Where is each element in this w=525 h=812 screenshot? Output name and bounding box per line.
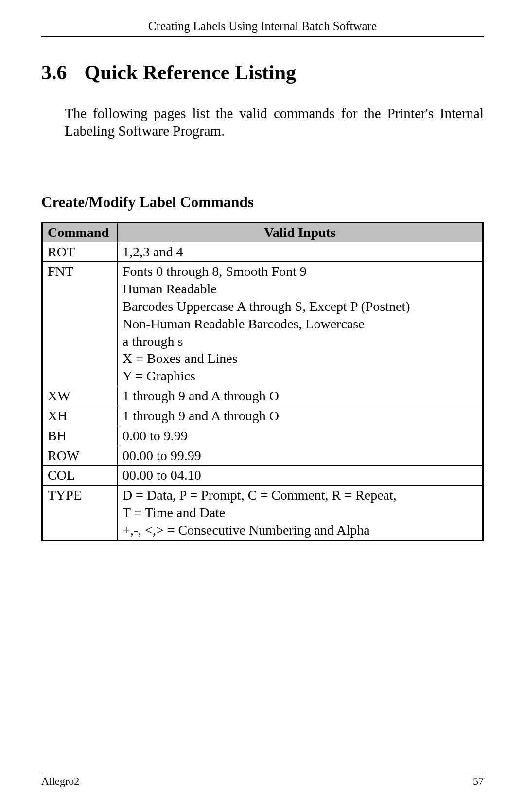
section-intro: The following pages list the valid comma… [65, 105, 484, 140]
cell-inputs: 0.00 to 9.99 [118, 426, 483, 446]
cell-inputs: 00.00 to 99.99 [118, 446, 483, 466]
table-header-row: Command Valid Inputs [42, 222, 483, 242]
footer-page-number: 57 [473, 775, 484, 788]
cell-command: TYPE [42, 486, 118, 541]
table-row: COL 00.00 to 04.10 [42, 466, 483, 486]
table-row: TYPE D = Data, P = Prompt, C = Comment, … [42, 486, 483, 541]
cell-command: ROT [42, 242, 118, 262]
cell-command: COL [42, 466, 118, 486]
cell-command: ROW [42, 446, 118, 466]
cell-command: FNT [42, 262, 118, 386]
col-header-command: Command [42, 222, 118, 242]
table-row: XW 1 through 9 and A through O [42, 386, 483, 406]
cell-inputs: 1,2,3 and 4 [118, 242, 483, 262]
table-row: ROW 00.00 to 99.99 [42, 446, 483, 466]
cell-inputs: 00.00 to 04.10 [118, 466, 483, 486]
col-header-valid-inputs: Valid Inputs [118, 222, 483, 242]
cell-command: BH [42, 426, 118, 446]
section-number: 3.6 [41, 61, 67, 84]
cell-command: XH [42, 406, 118, 426]
table-row: FNT Fonts 0 through 8, Smooth Font 9 Hum… [42, 262, 483, 386]
header-rule [41, 36, 484, 37]
page-footer: Allegro2 57 [41, 772, 484, 788]
commands-table: Command Valid Inputs ROT 1,2,3 and 4 FNT… [41, 222, 484, 541]
cell-inputs: Fonts 0 through 8, Smooth Font 9 Human R… [118, 262, 483, 386]
table-row: ROT 1,2,3 and 4 [42, 242, 483, 262]
cell-inputs: 1 through 9 and A through O [118, 406, 483, 426]
table-row: XH 1 through 9 and A through O [42, 406, 483, 426]
page: Creating Labels Using Internal Batch Sof… [0, 0, 525, 812]
section-title: Quick Reference Listing [85, 61, 297, 84]
footer-left: Allegro2 [41, 775, 79, 788]
cell-command: XW [42, 386, 118, 406]
section-heading: 3.6 Quick Reference Listing [41, 61, 484, 84]
table-caption: Create/Modify Label Commands [41, 194, 484, 211]
cell-inputs: 1 through 9 and A through O [118, 386, 483, 406]
running-header: Creating Labels Using Internal Batch Sof… [41, 19, 484, 36]
table-row: BH 0.00 to 9.99 [42, 426, 483, 446]
cell-inputs: D = Data, P = Prompt, C = Comment, R = R… [118, 486, 483, 541]
